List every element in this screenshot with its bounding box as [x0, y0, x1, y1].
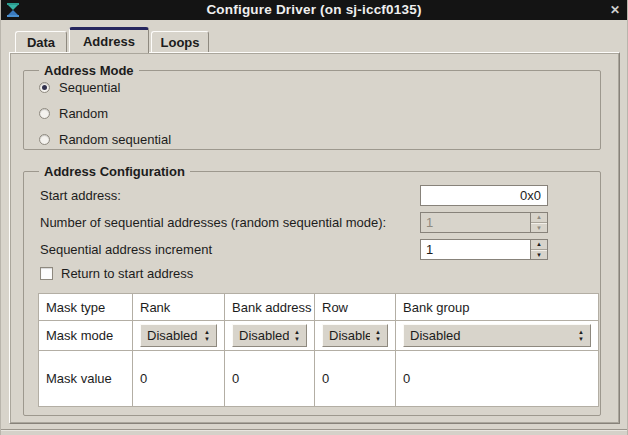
- header-mask-type: Mask type: [39, 294, 133, 321]
- sequential-increment-value[interactable]: 1: [421, 240, 530, 259]
- header-rank: Rank: [133, 294, 225, 321]
- radio-sequential-label: Sequential: [59, 80, 120, 95]
- num-sequential-addresses-value: 1: [421, 213, 530, 232]
- spinner-up-icon: ▲: [531, 213, 547, 223]
- radio-random-label: Random: [59, 106, 108, 121]
- dropdown-arrows-icon: ▲▼: [289, 329, 303, 342]
- mask-mode-row-dropdown[interactable]: Disabled ▲▼: [322, 324, 388, 347]
- mask-mode-label: Mask mode: [39, 321, 133, 351]
- sequential-increment-label: Sequential address increment: [40, 242, 212, 257]
- tab-data-label: Data: [27, 35, 55, 50]
- mask-table-header-row: Mask type Rank Bank address Row Bank gro…: [39, 294, 599, 321]
- mask-mode-bank-address-dropdown[interactable]: Disabled ▲▼: [232, 324, 307, 347]
- mask-value-rank-cell[interactable]: 0: [133, 351, 225, 407]
- dropdown-arrows-icon: ▲▼: [573, 329, 587, 342]
- window-title: Configure Driver (on sj-iccf0135): [1, 2, 627, 17]
- configure-driver-dialog: Configure Driver (on sj-iccf0135) ✕ Data…: [0, 0, 628, 435]
- mask-value-bank-address-cell[interactable]: 0: [225, 351, 315, 407]
- mask-table: Mask type Rank Bank address Row Bank gro…: [38, 293, 599, 407]
- address-mode-group: Address Mode Sequential Random Random se…: [23, 70, 601, 150]
- address-configuration-group-title: Address Configuration: [39, 164, 190, 179]
- address-configuration-group: Address Configuration Start address: Num…: [23, 171, 601, 416]
- dropdown-arrows-icon: ▲▼: [370, 329, 384, 342]
- start-address-input[interactable]: [420, 185, 548, 206]
- return-to-start-label: Return to start address: [61, 266, 193, 281]
- checkbox-icon[interactable]: [40, 267, 53, 280]
- mask-mode-row: Mask mode Disabled ▲▼ Disabled ▲▼: [39, 321, 599, 351]
- tab-loops[interactable]: Loops: [151, 31, 209, 52]
- close-icon[interactable]: ✕: [610, 2, 620, 18]
- tab-address[interactable]: Address: [69, 27, 149, 53]
- mask-value-row-cell[interactable]: 0: [315, 351, 396, 407]
- mask-mode-rank-dropdown[interactable]: Disabled ▲▼: [140, 324, 217, 347]
- mask-value-bank-group-cell[interactable]: 0: [396, 351, 599, 407]
- num-sequential-addresses-spinner: 1 ▲ ▼: [420, 212, 548, 233]
- spinner-down-icon: ▼: [531, 223, 547, 233]
- titlebar: Configure Driver (on sj-iccf0135) ✕: [1, 0, 627, 20]
- dropdown-arrows-icon: ▲▼: [199, 329, 213, 342]
- tab-loops-label: Loops: [161, 35, 200, 50]
- radio-button-icon[interactable]: [39, 134, 50, 145]
- mask-value-label: Mask value: [39, 351, 133, 407]
- spinner-down-icon[interactable]: ▼: [531, 250, 547, 260]
- return-to-start-checkbox-row[interactable]: Return to start address: [40, 266, 193, 281]
- address-mode-group-title: Address Mode: [39, 63, 139, 78]
- tab-address-label: Address: [83, 34, 135, 49]
- mask-mode-bank-group-dropdown[interactable]: Disabled ▲▼: [403, 324, 591, 347]
- radio-random[interactable]: Random: [39, 106, 108, 121]
- header-bank-group: Bank group: [396, 294, 599, 321]
- tab-data[interactable]: Data: [15, 31, 67, 52]
- sequential-increment-spinner[interactable]: 1 ▲ ▼: [420, 239, 548, 260]
- spinner-buttons[interactable]: ▲ ▼: [530, 240, 547, 259]
- mask-value-row: Mask value 0 0 0 0: [39, 351, 599, 407]
- radio-random-sequential-label: Random sequential: [59, 132, 171, 147]
- radio-button-icon[interactable]: [39, 108, 50, 119]
- num-sequential-addresses-label: Number of sequential addresses (random s…: [40, 215, 386, 230]
- start-address-label: Start address:: [40, 188, 121, 203]
- header-bank-address: Bank address: [225, 294, 315, 321]
- spinner-up-icon[interactable]: ▲: [531, 240, 547, 250]
- radio-sequential[interactable]: Sequential: [39, 80, 120, 95]
- radio-random-sequential[interactable]: Random sequential: [39, 132, 171, 147]
- radio-button-icon[interactable]: [39, 82, 50, 93]
- header-row: Row: [315, 294, 396, 321]
- spinner-buttons: ▲ ▼: [530, 213, 547, 232]
- bottom-strip: [1, 430, 627, 435]
